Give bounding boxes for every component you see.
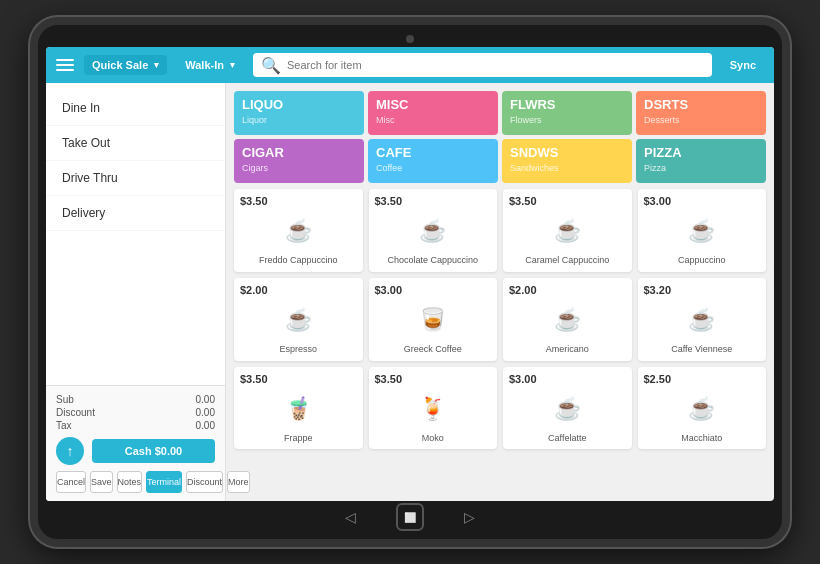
product-freddo-cappuccino[interactable]: $3.50 ☕ Freddo Cappuccino xyxy=(234,189,363,272)
menu-icon[interactable] xyxy=(56,59,74,71)
product-image: ☕ xyxy=(680,387,724,431)
product-name: Moko xyxy=(422,433,444,444)
cash-button-label: Cash $0.00 xyxy=(125,445,182,457)
menu-item-dine-in[interactable]: Dine In xyxy=(46,91,225,126)
up-arrow-button[interactable]: ↑ xyxy=(56,437,84,465)
product-image: ☕ xyxy=(411,209,455,253)
cancel-button[interactable]: Cancel xyxy=(56,471,86,493)
category-sub: Pizza xyxy=(644,163,758,173)
category-name: CIGAR xyxy=(242,145,356,161)
category-sndws[interactable]: SNDWS Sandwiches xyxy=(502,139,632,183)
category-pizza[interactable]: PIZZA Pizza xyxy=(636,139,766,183)
category-name: PIZZA xyxy=(644,145,758,161)
home-icon: ⬜ xyxy=(404,512,416,523)
menu-item-drive-thru[interactable]: Drive Thru xyxy=(46,161,225,196)
action-buttons: Cancel Save Notes Terminal Discount More xyxy=(56,471,215,493)
product-name: Caffe Viennese xyxy=(671,344,732,355)
sync-label: Sync xyxy=(730,59,756,71)
sync-button[interactable]: Sync xyxy=(722,55,764,75)
category-flwrs[interactable]: FLWRS Flowers xyxy=(502,91,632,135)
discount-label: Discount xyxy=(56,407,95,418)
walk-in-label: Walk-In xyxy=(185,59,224,71)
top-bar: Quick Sale ▾ Walk-In ▾ 🔍 Sync xyxy=(46,47,774,83)
order-summary: Sub 0.00 Discount 0.00 Tax 0.00 ↑ C xyxy=(46,385,225,501)
product-image: ☕ xyxy=(680,209,724,253)
category-cigar[interactable]: CIGAR Cigars xyxy=(234,139,364,183)
category-sub: Misc xyxy=(376,115,490,125)
save-button[interactable]: Save xyxy=(90,471,113,493)
home-button[interactable]: ⬜ xyxy=(396,503,424,531)
menu-item-delivery[interactable]: Delivery xyxy=(46,196,225,231)
walk-in-button[interactable]: Walk-In ▾ xyxy=(177,55,243,75)
product-image: ☕ xyxy=(276,209,320,253)
cash-button[interactable]: Cash $0.00 xyxy=(92,439,215,463)
chevron-down-icon: ▾ xyxy=(154,60,159,70)
product-caramel-cappuccino[interactable]: $3.50 ☕ Caramel Cappuccino xyxy=(503,189,632,272)
category-grid: LIQUO Liquor MISC Misc FLWRS Flowers DSR… xyxy=(234,91,766,183)
category-sub: Flowers xyxy=(510,115,624,125)
product-price: $3.50 xyxy=(240,195,268,207)
category-sub: Cigars xyxy=(242,163,356,173)
product-price: $3.50 xyxy=(375,373,403,385)
product-caffelatte[interactable]: $3.00 ☕ Caffelatte xyxy=(503,367,632,450)
search-icon: 🔍 xyxy=(261,56,281,75)
camera xyxy=(406,35,414,43)
menu-item-take-out[interactable]: Take Out xyxy=(46,126,225,161)
product-name: Frappe xyxy=(284,433,313,444)
terminal-button[interactable]: Terminal xyxy=(146,471,182,493)
cash-row: ↑ Cash $0.00 xyxy=(56,437,215,465)
product-americano[interactable]: $2.00 ☕ Americano xyxy=(503,278,632,361)
search-bar[interactable]: 🔍 xyxy=(253,53,712,77)
notes-button[interactable]: Notes xyxy=(117,471,143,493)
product-image: 🥃 xyxy=(411,298,455,342)
search-input[interactable] xyxy=(287,59,704,71)
product-chocolate-cappuccino[interactable]: $3.50 ☕ Chocolate Cappuccino xyxy=(369,189,498,272)
chevron-down-icon: ▾ xyxy=(230,60,235,70)
quick-sale-button[interactable]: Quick Sale ▾ xyxy=(84,55,167,75)
product-espresso[interactable]: $2.00 ☕ Espresso xyxy=(234,278,363,361)
product-moko[interactable]: $3.50 🍹 Moko xyxy=(369,367,498,450)
category-liquo[interactable]: LIQUO Liquor xyxy=(234,91,364,135)
product-image: ☕ xyxy=(680,298,724,342)
product-price: $3.00 xyxy=(375,284,403,296)
quick-sale-label: Quick Sale xyxy=(92,59,148,71)
sub-label: Sub xyxy=(56,394,74,405)
product-caffe-viennese[interactable]: $3.20 ☕ Caffe Viennese xyxy=(638,278,767,361)
product-image: ☕ xyxy=(276,298,320,342)
category-name: SNDWS xyxy=(510,145,624,161)
product-name: Cappuccino xyxy=(678,255,726,266)
category-name: LIQUO xyxy=(242,97,356,113)
product-price: $3.00 xyxy=(509,373,537,385)
product-price: $2.00 xyxy=(509,284,537,296)
category-dsrts[interactable]: DSRTS Desserts xyxy=(636,91,766,135)
screen: Quick Sale ▾ Walk-In ▾ 🔍 Sync Dine In Ta… xyxy=(46,47,774,501)
sub-value: 0.00 xyxy=(196,394,215,405)
product-price: $3.20 xyxy=(644,284,672,296)
back-button[interactable]: ◁ xyxy=(345,509,356,525)
category-sub: Coffee xyxy=(376,163,490,173)
category-sub: Liquor xyxy=(242,115,356,125)
recent-apps-button[interactable]: ▷ xyxy=(464,509,475,525)
product-cappuccino[interactable]: $3.00 ☕ Cappuccino xyxy=(638,189,767,272)
product-greeck-coffee[interactable]: $3.00 🥃 Greeck Coffee xyxy=(369,278,498,361)
product-macchiato[interactable]: $2.50 ☕ Macchiato xyxy=(638,367,767,450)
tax-row: Tax 0.00 xyxy=(56,420,215,431)
product-price: $3.50 xyxy=(375,195,403,207)
discount-row: Discount 0.00 xyxy=(56,407,215,418)
tax-value: 0.00 xyxy=(196,420,215,431)
category-cafe[interactable]: CAFE Coffee xyxy=(368,139,498,183)
product-image: 🧋 xyxy=(276,387,320,431)
product-name: Freddo Cappuccino xyxy=(259,255,338,266)
sub-row: Sub 0.00 xyxy=(56,394,215,405)
discount-value: 0.00 xyxy=(196,407,215,418)
product-image: ☕ xyxy=(545,298,589,342)
category-name: FLWRS xyxy=(510,97,624,113)
product-frappe[interactable]: $3.50 🧋 Frappe xyxy=(234,367,363,450)
product-price: $2.50 xyxy=(644,373,672,385)
category-name: MISC xyxy=(376,97,490,113)
discount-button[interactable]: Discount xyxy=(186,471,223,493)
main-area: Dine In Take Out Drive Thru Delivery Sub… xyxy=(46,83,774,501)
product-grid: $3.50 ☕ Freddo Cappuccino $3.50 ☕ Chocol… xyxy=(234,189,766,449)
category-misc[interactable]: MISC Misc xyxy=(368,91,498,135)
right-panel: LIQUO Liquor MISC Misc FLWRS Flowers DSR… xyxy=(226,83,774,501)
